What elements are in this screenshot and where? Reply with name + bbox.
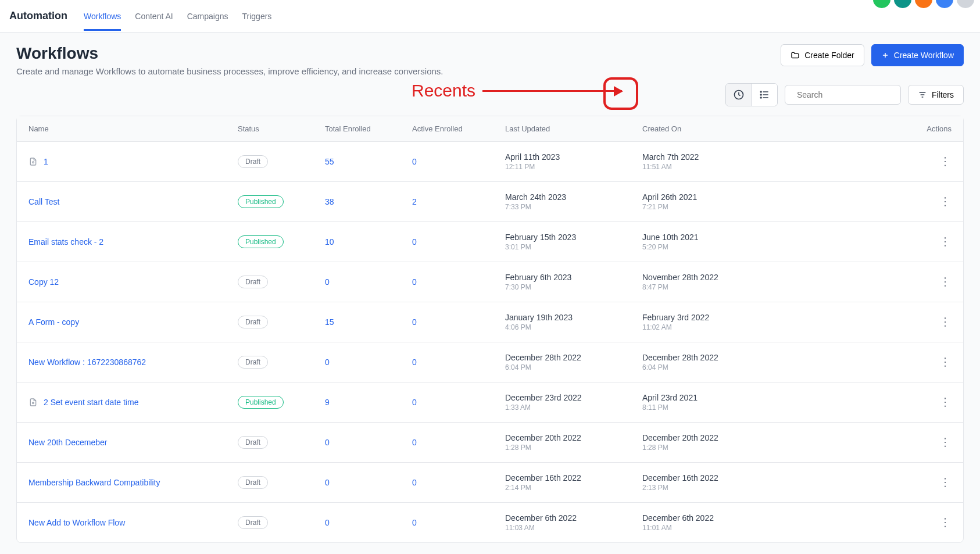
active-enrolled-link[interactable]: 0 xyxy=(412,277,417,287)
content-area: Workflows Create and manage Workflows to… xyxy=(0,33,980,554)
top-action-circles xyxy=(873,0,974,8)
created-time: 6:04 PM xyxy=(642,363,779,371)
create-folder-button[interactable]: Create Folder xyxy=(781,44,864,66)
active-enrolled-link[interactable]: 2 xyxy=(412,197,417,206)
created-time: 8:11 PM xyxy=(642,403,779,412)
status-badge: Draft xyxy=(238,316,268,328)
created-date: December 16th 2022 xyxy=(642,473,779,482)
plus-icon xyxy=(881,51,889,59)
page-header: Workflows Create and manage Workflows to… xyxy=(16,44,964,76)
tab-campaigns[interactable]: Campaigns xyxy=(187,1,228,31)
col-header-actions: Actions xyxy=(779,124,952,133)
updated-time: 11:03 AM xyxy=(505,524,642,532)
search-input[interactable] xyxy=(797,90,899,99)
active-enrolled-link[interactable]: 0 xyxy=(412,518,417,527)
total-enrolled-link[interactable]: 0 xyxy=(325,277,330,287)
created-time: 11:02 AM xyxy=(642,323,779,331)
clock-icon xyxy=(733,89,745,101)
status-badge: Draft xyxy=(238,476,268,489)
total-enrolled-link[interactable]: 0 xyxy=(325,438,330,447)
workflow-name-link[interactable]: New Workflow : 1672230868762 xyxy=(28,358,146,367)
total-enrolled-link[interactable]: 0 xyxy=(325,358,330,367)
row-actions-menu[interactable]: ⋯ xyxy=(939,276,953,288)
table-row: New Add to Workflow Flow Draft 0 0 Decem… xyxy=(17,503,963,542)
created-date: December 20th 2022 xyxy=(642,433,779,442)
updated-date: December 23rd 2022 xyxy=(505,393,642,402)
created-time: 5:20 PM xyxy=(642,243,779,251)
filters-button[interactable]: Filters xyxy=(908,85,964,105)
status-badge: Draft xyxy=(238,356,268,369)
workflow-name-link[interactable]: New 20th Decemeber xyxy=(28,438,107,447)
updated-date: December 28th 2022 xyxy=(505,353,642,362)
row-actions-menu[interactable]: ⋯ xyxy=(939,236,953,248)
header-circle-1[interactable] xyxy=(894,0,911,8)
created-date: March 7th 2022 xyxy=(642,152,779,162)
table-row: Copy 12 Draft 0 0 February 6th 2023 7:30… xyxy=(17,262,963,302)
table-row: A Form - copy Draft 15 0 January 19th 20… xyxy=(17,302,963,342)
created-date: December 28th 2022 xyxy=(642,353,779,362)
created-date: April 23rd 2021 xyxy=(642,393,779,402)
total-enrolled-link[interactable]: 9 xyxy=(325,398,330,407)
recents-view-button[interactable] xyxy=(726,84,752,106)
header-circle-2[interactable] xyxy=(915,0,932,8)
col-header-updated: Last Updated xyxy=(505,124,642,133)
workflow-name-link[interactable]: 1 xyxy=(44,157,48,166)
workflow-name-link[interactable]: Membership Backward Compatibility xyxy=(28,478,160,487)
row-actions-menu[interactable]: ⋯ xyxy=(939,517,953,528)
filters-label: Filters xyxy=(932,90,954,99)
row-actions-menu[interactable]: ⋯ xyxy=(939,156,953,167)
status-badge: Draft xyxy=(238,516,268,529)
total-enrolled-link[interactable]: 0 xyxy=(325,478,330,487)
active-enrolled-link[interactable]: 0 xyxy=(412,478,417,487)
total-enrolled-link[interactable]: 0 xyxy=(325,518,330,527)
tab-workflows[interactable]: Workflows xyxy=(84,1,121,31)
workflow-name-link[interactable]: Call Test xyxy=(28,197,59,206)
col-header-status: Status xyxy=(238,124,325,133)
annotation-text: Recents xyxy=(412,81,475,101)
updated-time: 1:33 AM xyxy=(505,403,642,412)
active-enrolled-link[interactable]: 0 xyxy=(412,237,417,246)
table-row: 2 Set event start date time Published 9 … xyxy=(17,383,963,423)
workflow-name-link[interactable]: A Form - copy xyxy=(28,317,79,327)
create-workflow-button[interactable]: Create Workflow xyxy=(871,44,964,66)
created-time: 11:51 AM xyxy=(642,163,779,171)
total-enrolled-link[interactable]: 55 xyxy=(325,157,334,166)
create-folder-label: Create Folder xyxy=(804,51,854,60)
total-enrolled-link[interactable]: 15 xyxy=(325,317,334,327)
header-circle-0[interactable] xyxy=(873,0,890,8)
list-view-button[interactable] xyxy=(752,84,777,106)
active-enrolled-link[interactable]: 0 xyxy=(412,398,417,407)
row-actions-menu[interactable]: ⋯ xyxy=(939,316,953,328)
workflow-name-link[interactable]: 2 Set event start date time xyxy=(44,398,138,407)
row-actions-menu[interactable]: ⋯ xyxy=(939,477,953,488)
active-enrolled-link[interactable]: 0 xyxy=(412,157,417,166)
header-circle-4[interactable] xyxy=(957,0,974,8)
active-enrolled-link[interactable]: 0 xyxy=(412,358,417,367)
row-actions-menu[interactable]: ⋯ xyxy=(939,356,953,368)
updated-time: 4:06 PM xyxy=(505,323,642,331)
total-enrolled-link[interactable]: 38 xyxy=(325,197,334,206)
workflow-name-link[interactable]: Email stats check - 2 xyxy=(28,237,103,246)
row-actions-menu[interactable]: ⋯ xyxy=(939,196,953,208)
active-enrolled-link[interactable]: 0 xyxy=(412,438,417,447)
create-workflow-label: Create Workflow xyxy=(894,51,954,60)
updated-time: 7:33 PM xyxy=(505,203,642,211)
updated-date: January 19th 2023 xyxy=(505,313,642,322)
workflow-name-link[interactable]: New Add to Workflow Flow xyxy=(28,518,125,527)
workflows-table: Name Status Total Enrolled Active Enroll… xyxy=(16,116,964,543)
workflow-name-link[interactable]: Copy 12 xyxy=(28,277,59,287)
created-date: November 28th 2022 xyxy=(642,273,779,282)
row-actions-menu[interactable]: ⋯ xyxy=(939,396,953,408)
tab-content-ai[interactable]: Content AI xyxy=(135,1,173,31)
header-circle-3[interactable] xyxy=(936,0,953,8)
tab-triggers[interactable]: Triggers xyxy=(242,1,272,31)
row-actions-menu[interactable]: ⋯ xyxy=(939,437,953,448)
search-box[interactable] xyxy=(785,85,901,105)
updated-date: December 6th 2022 xyxy=(505,513,642,523)
status-badge: Draft xyxy=(238,276,268,288)
table-row: Call Test Published 38 2 March 24th 2023… xyxy=(17,182,963,222)
updated-time: 2:14 PM xyxy=(505,484,642,492)
col-header-created: Created On xyxy=(642,124,779,133)
active-enrolled-link[interactable]: 0 xyxy=(412,317,417,327)
total-enrolled-link[interactable]: 10 xyxy=(325,237,334,246)
